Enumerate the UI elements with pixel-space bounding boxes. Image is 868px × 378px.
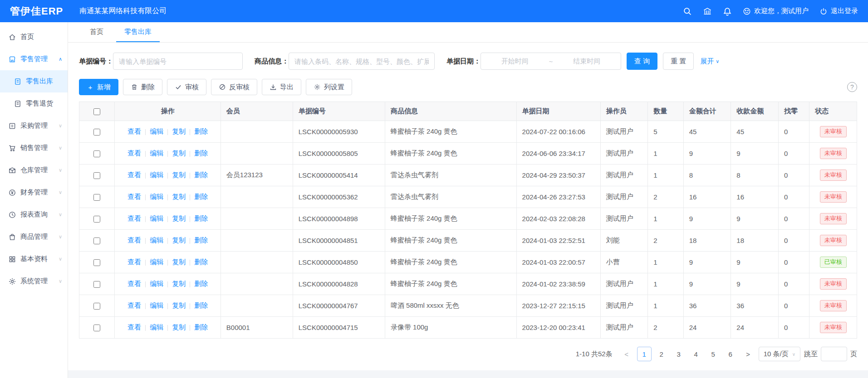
row-action-edit[interactable]: 编辑 [150,149,163,157]
cell-date: 2024-02-03 22:08:28 [516,208,600,230]
date-range-picker[interactable]: 开始时间 ~ 结束时间 [481,53,621,70]
row-action-edit[interactable]: 编辑 [150,127,163,135]
row-action-view[interactable]: 查看 [128,149,141,157]
row-action-view[interactable]: 查看 [128,171,141,179]
jump-page-input[interactable] [821,347,847,361]
sidebar-item-home[interactable]: 首页 [0,26,68,48]
row-checkbox[interactable] [93,281,100,288]
column-settings-button[interactable]: 列设置 [306,79,352,95]
export-button[interactable]: 导出 [262,79,301,95]
product-input[interactable] [289,53,435,70]
row-checkbox[interactable] [93,259,100,266]
row-action-copy[interactable]: 复制 [172,301,186,309]
row-action-copy[interactable]: 复制 [172,127,186,135]
row-checkbox[interactable] [93,237,100,244]
cell-qty: 1 [648,143,683,165]
row-checkbox[interactable] [93,172,100,179]
sidebar-item-system[interactable]: 系统管理∨ [0,270,68,292]
row-checkbox[interactable] [93,150,100,157]
row-action-delete[interactable]: 删除 [194,171,208,179]
row-action-view[interactable]: 查看 [128,236,141,244]
row-action-copy[interactable]: 复制 [172,323,186,331]
row-action-copy[interactable]: 复制 [172,236,186,244]
row-checkbox[interactable] [93,325,100,331]
logout-button[interactable]: 退出登录 [819,7,858,15]
row-action-edit[interactable]: 编辑 [150,301,163,309]
row-action-delete[interactable]: 删除 [194,214,208,222]
sidebar-item-goods[interactable]: 商品管理∨ [0,226,68,248]
row-action-delete[interactable]: 删除 [194,149,208,157]
row-action-delete[interactable]: 删除 [194,236,208,244]
row-action-edit[interactable]: 编辑 [150,323,163,331]
row-action-delete[interactable]: 删除 [194,258,208,266]
page-button-1[interactable]: 1 [637,347,652,361]
sidebar-item-basic[interactable]: 基本资料∨ [0,248,68,270]
row-action-delete[interactable]: 删除 [194,127,208,135]
page-button-6[interactable]: 6 [723,347,738,361]
row-action-edit[interactable]: 编辑 [150,236,163,244]
tab-retail-outbound[interactable]: 零售出库 [116,22,160,42]
page-button-4[interactable]: 4 [689,347,703,361]
row-checkbox[interactable] [93,303,100,310]
welcome-user[interactable]: 欢迎您，测试用户 [743,7,809,15]
row-checkbox[interactable] [93,216,100,223]
pagination-total: 1-10 共52条 [576,350,613,359]
cell-operator: 刘能 [600,230,648,252]
select-all-checkbox[interactable] [93,108,100,115]
sidebar-item-retail-outbound[interactable]: 零售出库 [0,70,68,92]
row-action-copy[interactable]: 复制 [172,193,186,200]
row-action-edit[interactable]: 编辑 [150,193,163,200]
sidebar-item-finance[interactable]: 财务管理∨ [0,181,68,204]
audit-button[interactable]: 审核 [167,79,206,95]
sidebar-item-retail-return[interactable]: 零售退货 [0,92,68,115]
cell-change: 0 [778,143,809,165]
row-action-view[interactable]: 查看 [128,258,141,266]
tab-home[interactable]: 首页 [82,22,112,42]
cell-product: 录像带 100g [385,317,516,339]
row-action-view[interactable]: 查看 [128,301,141,309]
reset-button[interactable]: 重 置 [663,53,694,70]
bell-icon[interactable] [723,7,732,16]
cell-date: 2023-12-20 00:23:41 [516,317,600,339]
row-action-copy[interactable]: 复制 [172,258,186,266]
add-button[interactable]: + 新增 [79,79,118,95]
unaudit-button[interactable]: 反审核 [211,79,257,95]
building-icon[interactable] [703,7,712,16]
help-icon[interactable]: ? [847,82,857,92]
row-action-copy[interactable]: 复制 [172,149,186,157]
page-button-2[interactable]: 2 [654,347,669,361]
row-action-delete[interactable]: 删除 [194,193,208,200]
sidebar-item-warehouse[interactable]: 仓库管理∨ [0,159,68,181]
page-size-select[interactable]: 10 条/页 ∨ [759,347,800,361]
row-action-delete[interactable]: 删除 [194,323,208,331]
page-button-3[interactable]: 3 [672,347,686,361]
row-action-edit[interactable]: 编辑 [150,214,163,222]
next-page-button[interactable]: > [741,347,755,361]
row-action-edit[interactable]: 编辑 [150,280,163,287]
row-action-view[interactable]: 查看 [128,214,141,222]
row-action-copy[interactable]: 复制 [172,280,186,287]
billno-input[interactable] [113,53,243,70]
search-icon[interactable] [683,7,692,16]
row-action-edit[interactable]: 编辑 [150,171,163,179]
row-action-view[interactable]: 查看 [128,127,141,135]
row-checkbox[interactable] [93,194,100,201]
row-action-delete[interactable]: 删除 [194,280,208,287]
row-action-delete[interactable]: 删除 [194,301,208,309]
sidebar-item-purchase[interactable]: 采购管理∨ [0,115,68,137]
sidebar-item-sales[interactable]: 销售管理∨ [0,137,68,159]
row-action-copy[interactable]: 复制 [172,171,186,179]
row-action-edit[interactable]: 编辑 [150,258,163,266]
row-action-view[interactable]: 查看 [128,280,141,287]
search-button[interactable]: 查 询 [627,53,657,70]
row-action-copy[interactable]: 复制 [172,214,186,222]
sidebar-item-report[interactable]: 报表查询∨ [0,204,68,226]
delete-button[interactable]: 删除 [123,79,162,95]
sidebar-item-retail[interactable]: 零售管理∧ [0,48,68,70]
prev-page-button[interactable]: < [620,347,633,361]
row-action-view[interactable]: 查看 [128,323,141,331]
row-checkbox[interactable] [93,129,100,136]
expand-link[interactable]: 展开 ∨ [700,57,719,66]
row-action-view[interactable]: 查看 [128,193,141,200]
page-button-5[interactable]: 5 [706,347,721,361]
